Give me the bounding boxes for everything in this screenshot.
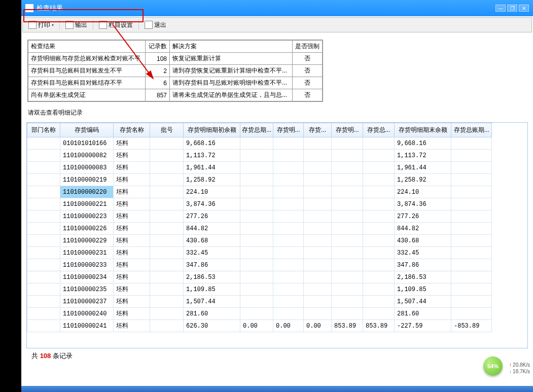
instruction-text: 请双击查看明细记录 bbox=[25, 106, 529, 121]
maximize-button[interactable]: ❐ bbox=[507, 5, 517, 12]
exit-button[interactable]: 退出 bbox=[141, 19, 169, 30]
check-result-row[interactable]: 存货科目与总账科目对账结存不平6请到存货科目与总账对账明细中检查不平...否 bbox=[28, 77, 323, 89]
titlebar: 检查结果 — ❐ ✕ bbox=[21, 0, 533, 16]
export-icon bbox=[65, 21, 74, 29]
print-button[interactable]: 打印 ▾ bbox=[25, 19, 57, 30]
table-row[interactable]: 110100000082坯料1,113.721,113.72 bbox=[27, 150, 492, 162]
col-solution-header[interactable]: 解决方案 bbox=[169, 41, 292, 53]
col-c10[interactable]: 存货总... bbox=[363, 123, 395, 137]
table-row[interactable]: 110100000231坯料332.45332.45 bbox=[27, 247, 492, 259]
taskbar[interactable] bbox=[21, 386, 533, 392]
export-button[interactable]: 输出 bbox=[62, 19, 90, 30]
table-row[interactable]: 110100000219坯料1,258.921,258.92 bbox=[27, 174, 492, 186]
table-row[interactable]: 110100000223坯料277.26277.26 bbox=[27, 210, 492, 223]
check-result-row[interactable]: 存货科目与总账科目对账发生不平2请到存货恢复记账重新计算细中检查不平...否 bbox=[28, 65, 323, 77]
columns-button[interactable]: 栏目设置 bbox=[96, 19, 136, 30]
table-row[interactable]: 110100000083坯料1,961.441,961.44 bbox=[27, 162, 492, 174]
col-c5[interactable]: 存货明细期初余额 bbox=[184, 123, 240, 137]
table-row[interactable]: 110100000226坯料844.82844.82 bbox=[27, 223, 492, 235]
col-batch[interactable]: 批号 bbox=[150, 123, 184, 137]
progress-badge[interactable]: 54% bbox=[483, 357, 503, 376]
table-row[interactable]: 110100000235坯料1,109.851,109.85 bbox=[27, 283, 492, 296]
table-row[interactable]: 010101010166坯料9,668.169,668.16 bbox=[27, 137, 492, 150]
table-row[interactable]: 110100000237坯料1,507.441,507.44 bbox=[27, 296, 492, 308]
col-dept[interactable]: 部门名称 bbox=[27, 123, 60, 137]
col-c9[interactable]: 存货明... bbox=[332, 123, 363, 137]
window-title: 检查结果 bbox=[37, 4, 495, 13]
col-c11[interactable]: 存货明细期末余额 bbox=[395, 123, 451, 137]
exit-icon bbox=[145, 21, 153, 29]
table-row[interactable]: 110100000220坯料224.10224.10 bbox=[27, 186, 492, 198]
table-row[interactable]: 110100000221坯料3,874.363,874.36 bbox=[27, 198, 492, 210]
table-row[interactable]: 110100000241坯料626.300.000.000.00853.8985… bbox=[27, 320, 492, 332]
chevron-down-icon: ▾ bbox=[52, 23, 54, 27]
col-c6[interactable]: 存货总期... bbox=[240, 123, 273, 137]
columns-icon bbox=[99, 21, 107, 29]
col-result-header[interactable]: 检查结果 bbox=[28, 41, 146, 53]
detail-table-scroll[interactable]: 部门名称 存货编码 存货名称 批号 存货明细期初余额 存货总期... 存货明..… bbox=[26, 122, 528, 348]
col-count-header[interactable]: 记录数 bbox=[146, 41, 170, 53]
col-c8[interactable]: 存货... bbox=[304, 123, 332, 137]
table-row[interactable]: 110100000234坯料2,186.532,186.53 bbox=[27, 271, 492, 283]
check-result-row[interactable]: 存货明细账与存货总账对账检查对账不平108恢复记账重新计算否 bbox=[28, 53, 323, 65]
col-c12[interactable]: 存货总账期... bbox=[451, 123, 492, 137]
table-row[interactable]: 110100000240坯料281.60281.60 bbox=[27, 308, 492, 320]
col-name[interactable]: 存货名称 bbox=[114, 123, 150, 137]
table-row[interactable]: 110100000233坯料347.86347.86 bbox=[27, 259, 492, 271]
col-force-header[interactable]: 是否强制 bbox=[292, 41, 322, 53]
check-result-row[interactable]: 尚有单据未生成凭证857请将未生成凭证的单据生成凭证，且与总...否 bbox=[28, 89, 323, 101]
table-row[interactable]: 110100000229坯料430.68430.68 bbox=[27, 235, 492, 247]
toolbar: 打印 ▾ 输出 栏目设置 退出 bbox=[22, 17, 532, 32]
check-results-table: 检查结果 记录数 解决方案 是否强制 存货明细账与存货总账对账检查对账不平108… bbox=[27, 40, 323, 102]
col-code[interactable]: 存货编码 bbox=[60, 123, 114, 137]
close-button[interactable]: ✕ bbox=[519, 5, 529, 12]
network-speed: 20.8K/s 18.7K/s bbox=[509, 362, 530, 375]
col-c7[interactable]: 存货明... bbox=[273, 123, 304, 137]
print-icon bbox=[28, 21, 37, 29]
minimize-button[interactable]: — bbox=[495, 5, 506, 12]
summary-bar: 共 108 条记录 bbox=[26, 348, 528, 364]
app-icon bbox=[25, 4, 33, 12]
